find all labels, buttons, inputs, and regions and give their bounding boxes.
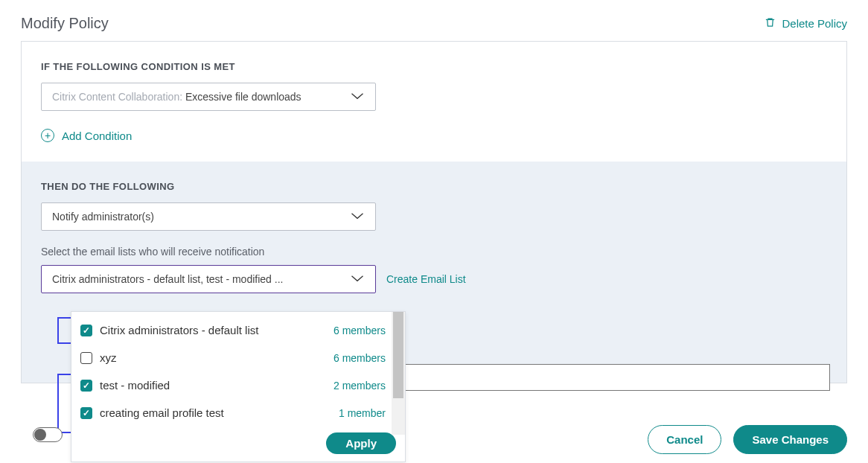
email-list-option[interactable]: creating email profile test1 member xyxy=(71,399,405,427)
trash-icon xyxy=(765,16,776,31)
apply-button[interactable]: Apply xyxy=(326,432,396,454)
checkbox[interactable] xyxy=(80,380,92,392)
members-count: 6 members xyxy=(334,325,386,336)
plus-icon: + xyxy=(41,129,54,142)
email-list-option-label: creating email profile test xyxy=(100,406,224,419)
email-list-option-label: Citrix administrators - default list xyxy=(100,324,258,336)
email-list-dropdown[interactable]: Citrix administrators - default list, te… xyxy=(41,265,376,293)
email-list-option-label: test - modified xyxy=(100,379,170,392)
action-section-label: THEN DO THE FOLLOWING xyxy=(41,181,827,192)
condition-section-label: IF THE FOLLOWING CONDITION IS MET xyxy=(41,61,827,72)
members-count: 2 members xyxy=(334,380,386,392)
condition-dropdown[interactable]: Citrix Content Collaboration: Excessive … xyxy=(41,83,376,111)
create-email-list-link[interactable]: Create Email List xyxy=(386,273,466,285)
email-list-option-label: xyz xyxy=(100,351,117,364)
background-text-input[interactable] xyxy=(387,364,830,391)
members-count: 1 member xyxy=(339,407,386,419)
members-count: 6 members xyxy=(334,352,386,364)
chevron-down-icon xyxy=(350,91,365,103)
add-condition-label: Add Condition xyxy=(62,130,132,142)
toggle-switch[interactable] xyxy=(33,427,63,442)
checkbox[interactable] xyxy=(80,325,92,336)
email-list-option[interactable]: Citrix administrators - default list6 me… xyxy=(71,316,405,344)
cancel-button[interactable]: Cancel xyxy=(648,425,721,454)
checkbox[interactable] xyxy=(80,407,92,419)
email-list-dropdown-panel: Citrix administrators - default list6 me… xyxy=(71,311,406,462)
email-list-summary: Citrix administrators - default list, te… xyxy=(52,273,283,285)
toggle-knob xyxy=(34,429,46,441)
chevron-down-icon xyxy=(350,211,365,223)
scrollbar-thumb[interactable] xyxy=(393,312,403,398)
email-list-sublabel: Select the email lists who will receive … xyxy=(41,246,827,258)
delete-policy-label: Delete Policy xyxy=(782,17,847,30)
chevron-down-icon xyxy=(350,273,365,285)
email-list-option[interactable]: xyz6 members xyxy=(71,344,405,371)
add-condition-button[interactable]: + Add Condition xyxy=(41,129,827,142)
condition-value: Excessive file downloads xyxy=(185,91,301,103)
page-title: Modify Policy xyxy=(21,15,109,32)
delete-policy-link[interactable]: Delete Policy xyxy=(765,16,847,31)
email-list-option[interactable]: test - modified2 members xyxy=(71,371,405,399)
action-dropdown[interactable]: Notify administrator(s) xyxy=(41,202,376,231)
action-value: Notify administrator(s) xyxy=(52,211,154,223)
save-button[interactable]: Save Changes xyxy=(733,425,847,454)
checkbox[interactable] xyxy=(80,352,92,364)
scrollbar[interactable] xyxy=(392,312,405,435)
condition-prefix: Citrix Content Collaboration: xyxy=(52,91,185,103)
